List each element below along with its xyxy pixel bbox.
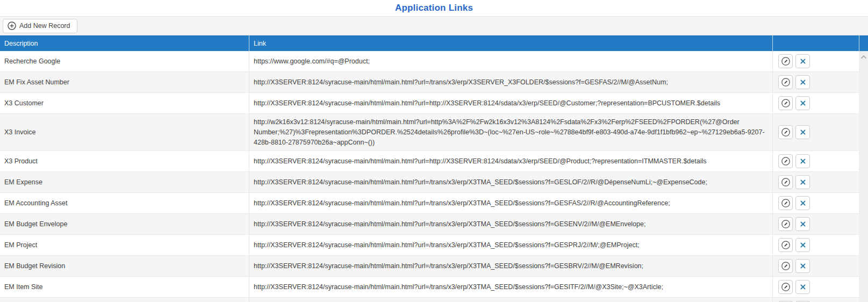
edit-button[interactable] — [778, 217, 793, 231]
table-row: X3 Invoice http://w2k16x3v12:8124/syracu… — [0, 114, 859, 151]
x-icon — [799, 199, 807, 207]
column-header-actions — [772, 35, 859, 51]
row-actions — [772, 214, 859, 234]
add-new-record-label: Add New Record — [19, 22, 70, 30]
row-link: http://X3SERVER:8124/syracuse-main/html/… — [249, 256, 772, 276]
grid-toolbar: Add New Record — [0, 16, 868, 35]
grid-header: Description Link — [0, 35, 868, 51]
chevron-up-icon — [860, 55, 867, 59]
row-link: http://w2k16x3v12:8124/syracuse-main/htm… — [249, 114, 772, 150]
delete-button[interactable] — [795, 280, 810, 294]
x-icon — [799, 157, 807, 165]
pencil-circle-icon — [781, 98, 791, 108]
edit-button[interactable] — [778, 259, 793, 273]
table-row: EM Fix Asset Number http://X3SERVER:8124… — [0, 72, 859, 93]
row-actions — [772, 114, 859, 150]
pencil-circle-icon — [781, 177, 791, 187]
vertical-scrollbar[interactable] — [859, 51, 868, 302]
pencil-circle-icon — [781, 198, 791, 208]
row-description: EM Accounting Asset — [0, 195, 249, 212]
row-link: http://X3SERVER:8124/syracuse-main/html/… — [249, 72, 772, 92]
title-bar: Application Links — [0, 0, 868, 16]
row-link: http://X3SERVER:8124/syracuse-main/html/… — [249, 172, 772, 192]
delete-button[interactable] — [795, 196, 810, 210]
row-description: HubSpot Deals — [0, 300, 249, 302]
column-header-link[interactable]: Link — [249, 35, 772, 51]
row-description: X3 Product — [0, 153, 249, 170]
row-description: X3 Invoice — [0, 124, 249, 141]
x-icon — [799, 128, 807, 136]
edit-button[interactable] — [778, 238, 793, 252]
row-link: http://X3SERVER:8124/syracuse-main/html/… — [249, 93, 772, 113]
row-actions — [772, 277, 859, 297]
edit-button[interactable] — [778, 280, 793, 294]
delete-button[interactable] — [795, 175, 810, 189]
table-row: X3 Customer http://X3SERVER:8124/syracus… — [0, 93, 859, 114]
table-row: EM Accounting Asset http://X3SERVER:8124… — [0, 193, 859, 214]
row-description: EM Budget Envelope — [0, 216, 249, 233]
edit-button[interactable] — [778, 75, 793, 89]
x-icon — [799, 262, 807, 270]
row-link: https://www.google.com/#q=@Product; — [249, 51, 772, 71]
row-description: EM Fix Asset Number — [0, 74, 249, 91]
row-description: EM Item Site — [0, 279, 249, 296]
row-actions — [772, 298, 859, 302]
page-title: Application Links — [395, 3, 473, 13]
edit-button[interactable] — [778, 196, 793, 210]
x-icon — [799, 78, 807, 86]
pencil-circle-icon — [781, 219, 791, 229]
table-row: X3 Product http://X3SERVER:8124/syracuse… — [0, 151, 859, 172]
pencil-circle-icon — [781, 56, 791, 66]
row-description: EM Expense — [0, 174, 249, 191]
row-description: EM Project — [0, 237, 249, 254]
row-link: http://X3SERVER:8124/syracuse-main/html/… — [249, 277, 772, 297]
x-icon — [799, 241, 807, 249]
row-actions — [772, 151, 859, 171]
pencil-circle-icon — [781, 282, 791, 292]
row-actions — [772, 172, 859, 192]
table-row: EM Budget Envelope http://X3SERVER:8124/… — [0, 214, 859, 235]
edit-button[interactable] — [778, 54, 793, 68]
edit-button[interactable] — [778, 125, 793, 139]
delete-button[interactable] — [795, 54, 810, 68]
edit-button[interactable] — [778, 175, 793, 189]
delete-button[interactable] — [795, 154, 810, 168]
row-link: https://app.hubspot.com/contacts/5651784… — [249, 298, 772, 302]
pencil-circle-icon — [781, 156, 791, 166]
row-link: http://X3SERVER:8124/syracuse-main/html/… — [249, 214, 772, 234]
delete-button[interactable] — [795, 259, 810, 273]
add-new-record-button[interactable]: Add New Record — [3, 19, 77, 33]
row-actions — [772, 235, 859, 255]
delete-button[interactable] — [795, 96, 810, 110]
row-description: X3 Customer — [0, 95, 249, 112]
row-link: http://X3SERVER:8124/syracuse-main/html/… — [249, 193, 772, 213]
row-link: http://X3SERVER:8124/syracuse-main/html/… — [249, 235, 772, 255]
table-row: EM Expense http://X3SERVER:8124/syracuse… — [0, 172, 859, 193]
scroll-up-button[interactable] — [859, 51, 868, 63]
pencil-circle-icon — [781, 240, 791, 250]
row-description: Recherche Google — [0, 53, 249, 70]
row-description: EM Budget Revision — [0, 258, 249, 275]
row-actions — [772, 193, 859, 213]
x-icon — [799, 178, 807, 186]
x-icon — [799, 99, 807, 107]
table-row: EM Budget Revision http://X3SERVER:8124/… — [0, 256, 859, 277]
table-body: Recherche Google https://www.google.com/… — [0, 51, 859, 302]
column-header-description[interactable]: Description — [0, 35, 249, 51]
x-icon — [799, 57, 807, 65]
delete-button[interactable] — [795, 125, 810, 139]
row-actions — [772, 72, 859, 92]
table-row: Recherche Google https://www.google.com/… — [0, 51, 859, 72]
table-row: HubSpot Deals https://app.hubspot.com/co… — [0, 298, 859, 302]
x-icon — [799, 220, 807, 228]
pencil-circle-icon — [781, 127, 791, 137]
delete-button[interactable] — [795, 217, 810, 231]
circle-plus-icon — [8, 21, 16, 30]
edit-button[interactable] — [778, 96, 793, 110]
delete-button[interactable] — [795, 75, 810, 89]
delete-button[interactable] — [795, 238, 810, 252]
edit-button[interactable] — [778, 154, 793, 168]
table-row: EM Project http://X3SERVER:8124/syracuse… — [0, 235, 859, 256]
table-row: EM Item Site http://X3SERVER:8124/syracu… — [0, 277, 859, 298]
row-actions — [772, 51, 859, 71]
